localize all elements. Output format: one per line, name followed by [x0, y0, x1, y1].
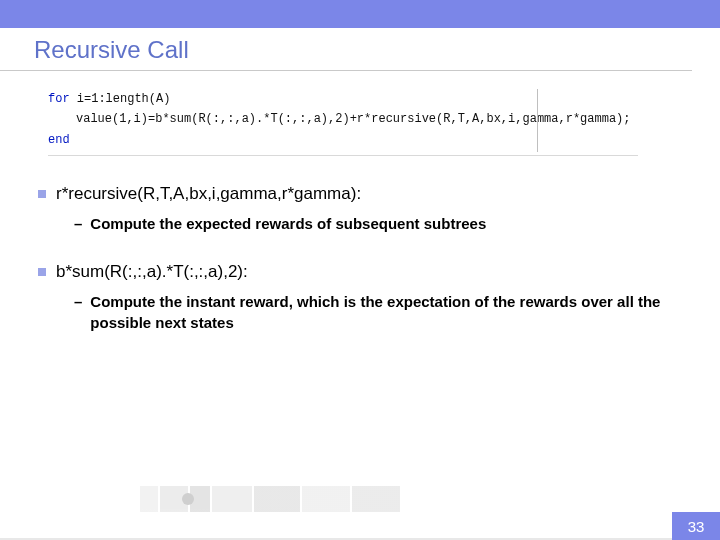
square-bullet-icon [38, 268, 46, 276]
bullet-2: b*sum(R(:,:,a).*T(:,:,a),2): [38, 262, 690, 282]
code-line-1-rest: i=1:length(A) [70, 92, 171, 106]
code-vertical-separator [537, 89, 538, 152]
page-number-badge: 33 [672, 512, 720, 540]
content-area: r*recursive(R,T,A,bx,i,gamma,r*gamma): –… [38, 184, 690, 333]
bullet-1: r*recursive(R,T,A,bx,i,gamma,r*gamma): [38, 184, 690, 204]
code-keyword-end: end [48, 133, 70, 147]
bullet-1-text: r*recursive(R,T,A,bx,i,gamma,r*gamma): [56, 184, 361, 204]
bullet-1-sub-text: Compute the expected rewards of subseque… [90, 214, 486, 234]
dash-icon: – [74, 292, 82, 312]
top-accent-bar [0, 0, 720, 28]
dash-icon: – [74, 214, 82, 234]
code-keyword-for: for [48, 92, 70, 106]
bullet-2-sub: – Compute the instant reward, which is t… [74, 292, 690, 333]
slide-title: Recursive Call [0, 28, 692, 71]
footer-decorative-strip [140, 486, 400, 512]
code-underline [48, 155, 638, 156]
bullet-2-sub-text: Compute the instant reward, which is the… [90, 292, 674, 333]
code-block: for i=1:length(A) value(1,i)=b*sum(R(:,:… [48, 89, 638, 156]
bullet-1-sub: – Compute the expected rewards of subseq… [74, 214, 690, 234]
page-number: 33 [688, 518, 705, 535]
square-bullet-icon [38, 190, 46, 198]
bullet-2-text: b*sum(R(:,:,a).*T(:,:,a),2): [56, 262, 248, 282]
code-line-2: value(1,i)=b*sum(R(:,:,a).*T(:,:,a),2)+r… [48, 109, 638, 129]
